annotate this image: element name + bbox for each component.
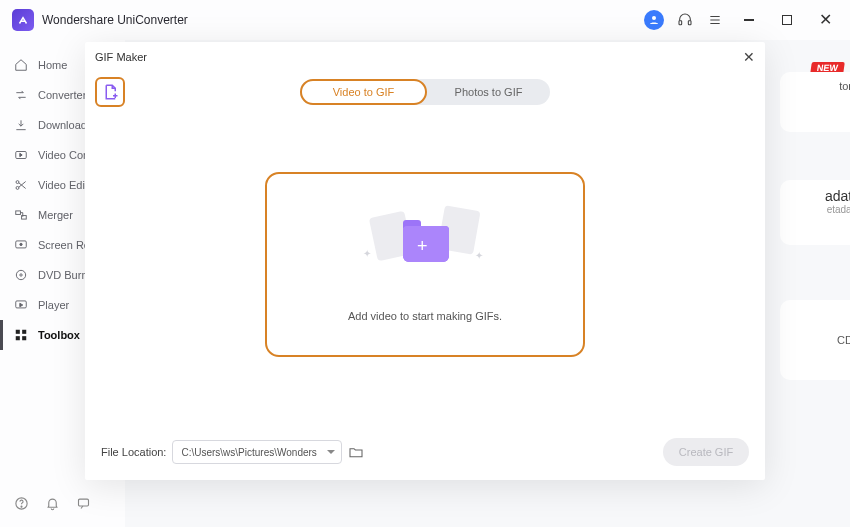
svg-point-0 (652, 16, 656, 20)
file-location-label: File Location: (101, 446, 166, 458)
open-folder-button[interactable] (348, 443, 366, 461)
home-icon (14, 58, 28, 72)
converter-icon (14, 88, 28, 102)
svg-point-11 (20, 274, 22, 276)
headset-icon[interactable] (676, 11, 694, 29)
menu-icon[interactable] (706, 11, 724, 29)
help-icon[interactable] (14, 496, 29, 515)
bg-card-metadata: adata etadata (780, 180, 850, 245)
add-video-dropzone[interactable]: + ✦ ✦ Add video to start making GIFs. (265, 172, 585, 357)
bg-metadata-title: adata (788, 188, 850, 204)
recorder-icon (14, 238, 28, 252)
sidebar-item-label: Converter (38, 89, 86, 101)
bell-icon[interactable] (45, 496, 60, 515)
tab-photos-to-gif[interactable]: Photos to GIF (427, 79, 550, 105)
bg-metadata-sub: etadata (788, 204, 850, 215)
svg-rect-13 (16, 330, 20, 334)
merger-icon (14, 208, 28, 222)
disc-icon (14, 268, 28, 282)
svg-point-10 (16, 270, 25, 279)
folder-plus-illustration: + ✦ ✦ (365, 208, 485, 288)
sidebar-bottom (0, 484, 125, 527)
svg-point-9 (20, 243, 22, 245)
create-gif-button[interactable]: Create GIF (663, 438, 749, 466)
add-file-button[interactable] (95, 77, 125, 107)
svg-rect-2 (688, 21, 691, 25)
compress-icon (14, 148, 28, 162)
svg-rect-1 (679, 21, 682, 25)
download-icon (14, 118, 28, 132)
dropzone-text: Add video to start making GIFs. (348, 310, 502, 322)
sidebar-item-label: Merger (38, 209, 73, 221)
scissors-icon (14, 178, 28, 192)
tab-video-to-gif[interactable]: Video to GIF (300, 79, 427, 105)
file-location-select[interactable]: C:\Users\ws\Pictures\Wonders (172, 440, 342, 464)
feedback-icon[interactable] (76, 496, 91, 515)
player-icon (14, 298, 28, 312)
svg-rect-19 (79, 499, 89, 506)
window-close[interactable]: ✕ (812, 12, 838, 28)
app-logo (12, 9, 34, 31)
sidebar-item-label: Player (38, 299, 69, 311)
sidebar-item-label: Toolbox (38, 329, 80, 341)
gif-maker-modal: GIF Maker ✕ Video to GIF Photos to GIF +… (85, 42, 765, 480)
modal-title: GIF Maker (95, 51, 147, 63)
sidebar-item-label: Home (38, 59, 67, 71)
modal-close-button[interactable]: ✕ (743, 49, 755, 65)
bg-card-cd: CD. (780, 300, 850, 380)
app-title: Wondershare UniConverter (42, 13, 644, 27)
svg-rect-15 (16, 336, 20, 340)
window-minimize[interactable] (736, 19, 762, 21)
bg-card-tor: tor (780, 72, 850, 132)
window-maximize[interactable] (774, 15, 800, 25)
svg-rect-16 (22, 336, 26, 340)
svg-rect-14 (22, 330, 26, 334)
svg-rect-6 (16, 211, 21, 215)
titlebar: Wondershare UniConverter ✕ (0, 0, 850, 40)
user-avatar[interactable] (644, 10, 664, 30)
svg-point-18 (21, 506, 22, 507)
toolbox-icon (14, 328, 28, 342)
mode-tabs: Video to GIF Photos to GIF (300, 79, 550, 105)
